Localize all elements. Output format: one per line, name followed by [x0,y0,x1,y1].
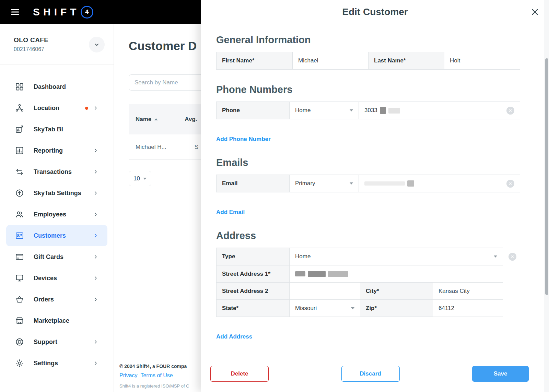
chevron-right-icon [93,254,98,260]
page-size-select[interactable]: 10 [129,171,151,186]
email-type-select[interactable]: Primary [289,175,359,192]
phone-label: Phone [217,102,289,119]
street-address-1-input[interactable] [289,265,503,282]
customer-avg-cell: S [195,144,198,151]
column-header-avg: Avg. [185,116,197,123]
sidebar-item-marketplace[interactable]: Marketplace [6,310,107,331]
redacted-block [407,180,414,187]
org-name: OLO CAFE [14,36,48,44]
discard-button[interactable]: Discard [341,366,400,382]
customer-name-cell: Michael H... [136,144,166,151]
drawer-title: Edit Customer [342,7,408,17]
redacted-block [295,271,305,276]
chevron-right-icon [93,169,98,175]
scrollbar-thumb[interactable] [545,58,548,295]
section-general-information: General Information [216,34,520,46]
add-address-link[interactable]: Add Address [216,333,252,340]
sidebar-item-devices[interactable]: Devices [6,268,107,289]
remove-phone-icon[interactable] [506,107,514,115]
sidebar-item-label: Orders [34,296,54,303]
sidebar-item-settings[interactable]: Settings [6,353,107,374]
chevron-right-icon [93,339,98,345]
sidebar-item-orders[interactable]: Orders [6,289,107,310]
add-email-link[interactable]: Add Email [216,209,245,216]
dashboard-icon [15,82,24,91]
sidebar-item-transactions[interactable]: Transactions [6,161,107,182]
sidebar-item-label: Settings [34,360,58,367]
name-fields: First Name* Michael Last Name* Holt [216,52,520,70]
remove-address-icon[interactable] [509,253,516,261]
phone-type-select[interactable]: Home [289,102,359,119]
chevron-right-icon [93,212,98,217]
state-label: State* [217,299,289,317]
notification-dot [85,107,88,110]
reporting-icon [15,146,24,155]
sidebar-item-label: Employees [34,211,66,218]
support-icon [15,337,24,346]
sidebar-item-customers[interactable]: Customers [6,225,107,246]
org-switcher: OLO CAFE 0021746067 [0,24,114,64]
logo-text: SHIFT [33,6,80,18]
org-id: 0021746067 [14,46,48,52]
city-input[interactable]: Kansas City [433,282,503,299]
customers-icon [15,231,24,240]
sidebar-item-reporting[interactable]: Reporting [6,140,107,161]
city-label: City* [360,282,433,299]
drawer-header: Edit Customer [201,0,549,24]
chevron-right-icon [93,360,98,366]
sidebar-item-label: Support [34,338,57,346]
phone-row: Phone Home 3033 [216,102,520,119]
chevron-right-icon [93,148,98,153]
address-fields: Type Home Street Address 1* Street Addre… [216,248,503,317]
column-header-name[interactable]: Name [136,116,158,123]
orders-icon [15,295,24,304]
section-emails: Emails [216,157,520,168]
sidebar-item-support[interactable]: Support [6,331,107,353]
sidebar-item-location[interactable]: Location [6,97,107,119]
terms-link[interactable]: Terms of Use [140,372,173,379]
phone-number-input[interactable]: 3033 [359,102,520,119]
menu-icon[interactable] [10,7,21,17]
street-address-2-input[interactable] [289,282,360,299]
last-name-input[interactable]: Holt [444,52,520,69]
chevron-right-icon [93,233,98,238]
sidebar-item-label: Reporting [34,147,63,154]
gift-cards-icon [15,252,24,261]
save-button[interactable]: Save [472,366,529,382]
redacted-block [388,108,400,114]
state-select[interactable]: Missouri [289,299,360,317]
sidebar-item-skytab-settings[interactable]: SkyTab Settings [6,182,107,204]
zip-input[interactable]: 64112 [433,299,503,317]
sidebar-item-label: Marketplace [34,317,69,324]
sidebar-item-skytab-bi[interactable]: SkyTab BI [6,119,107,140]
location-network-icon [15,104,24,112]
org-chevron-down-icon[interactable] [89,37,105,52]
add-phone-number-link[interactable]: Add Phone Number [216,136,271,143]
first-name-input[interactable]: Michael [292,52,368,69]
sidebar-item-dashboard[interactable]: Dashboard [6,76,107,97]
sidebar-item-label: Devices [34,275,57,282]
remove-email-icon[interactable] [506,180,514,188]
close-icon[interactable] [530,8,539,16]
address-type-select[interactable]: Home [289,248,503,265]
sidebar-nav: Dashboard Location SkyTab BI Reporting T… [0,64,114,374]
delete-button[interactable]: Delete [210,366,269,382]
redacted-block [380,107,386,114]
chevron-down-icon [350,109,353,111]
sidebar-item-employees[interactable]: Employees [6,204,107,225]
settings-gear-icon [15,359,24,368]
sidebar-item-label: SkyTab BI [34,126,63,133]
sidebar-item-label: Location [34,105,59,112]
sort-asc-icon [154,118,158,120]
sidebar-item-gift-cards[interactable]: Gift Cards [6,246,107,268]
skytab-bi-icon [15,125,24,134]
privacy-link[interactable]: Privacy [119,372,137,379]
address-type-label: Type [217,248,289,265]
redacted-block [308,271,326,277]
first-name-label: First Name* [217,52,292,69]
email-input[interactable] [359,175,520,192]
scrollbar-track[interactable] [544,0,549,392]
redacted-block [364,181,405,186]
section-phone-numbers: Phone Numbers [216,84,520,95]
chevron-down-icon [351,307,354,309]
